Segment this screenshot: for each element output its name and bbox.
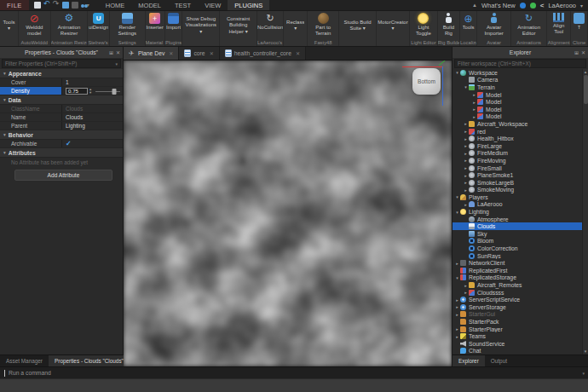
ribbon-button-import[interactable]: ImportPlugins (165, 11, 183, 46)
overflow-icon[interactable] (87, 2, 94, 9)
paste-icon[interactable] (62, 2, 69, 9)
close-tab-icon[interactable]: ✕ (296, 50, 300, 56)
tree-item-replicatedstorage[interactable]: ▾ReplicatedStorage (453, 274, 582, 282)
explorer-filter-input[interactable]: Filter workspace (Ctrl+Shift+X) (454, 59, 586, 68)
property-row-density[interactable]: Density0.75▴▾ (0, 87, 123, 95)
tree-item-cloudssss[interactable]: ▸Cloudssss (453, 289, 582, 297)
tree-item-model[interactable]: ▸Model (453, 113, 582, 121)
tree-item-bloom[interactable]: Bloom (453, 238, 582, 245)
tree-item-workspace[interactable]: ▾Workspace (453, 69, 582, 77)
tree-item-networkclient[interactable]: ▸NetworkClient (453, 259, 582, 267)
tree-item-camera[interactable]: Camera (453, 77, 582, 84)
tree-item-firemoving[interactable]: ▸FireMoving (453, 157, 582, 164)
ribbon-button-uidesign[interactable]: uiDesignStelrew's Plugins (88, 11, 110, 46)
tree-item-starterpack[interactable]: StarterPack (453, 318, 582, 326)
chevron-right-icon[interactable]: ▸ (471, 100, 477, 105)
ribbon-button-show-debug-visualizations[interactable]: Show Debug Visualizations ▾ (182, 11, 220, 46)
chevron-right-icon[interactable]: ▸ (454, 304, 460, 309)
menu-tab-test[interactable]: TEST (168, 0, 198, 10)
tree-item-model[interactable]: ▸Model (453, 106, 582, 113)
chevron-right-icon[interactable]: ▸ (463, 121, 469, 126)
ribbon-button-animation-resizer[interactable]: Animation ResizerAnimation Resizer (51, 11, 89, 46)
property-row-parent[interactable]: ParentLighting (0, 122, 123, 130)
chevron-right-icon[interactable]: ▸ (454, 261, 460, 266)
chevron-right-icon[interactable]: ▸ (471, 107, 477, 112)
ribbon-button-nocollision[interactable]: NoCollisionLaAerooo's Plugins (257, 11, 284, 46)
dock-tab-explorer[interactable]: Explorer (453, 355, 485, 366)
step-down-icon[interactable]: ▾ (89, 91, 91, 94)
redo-icon[interactable] (53, 2, 60, 9)
tree-item-soundservice[interactable]: SoundService (453, 340, 582, 348)
tree-item-replicatedfirst[interactable]: ReplicatedFirst (453, 267, 582, 274)
properties-filter-input[interactable]: Filter Properties (Ctrl+Shift+P) ▾ (2, 59, 121, 68)
ribbon-button-constraint-building-helper[interactable]: Constraint Building Helper ▾ (220, 11, 257, 46)
property-row-name[interactable]: NameClouds (0, 113, 123, 122)
scroll-down-icon[interactable]: ▼ (584, 349, 587, 354)
chevron-right-icon[interactable]: ▸ (463, 129, 469, 134)
menu-tab-model[interactable]: MODEL (131, 0, 168, 10)
chevron-right-icon[interactable]: ▸ (463, 173, 469, 178)
chevron-right-icon[interactable]: ▸ (463, 187, 469, 193)
property-row-cover[interactable]: Cover1 (0, 78, 123, 87)
document-tab-plane-dev[interactable]: Plane Dev✕ (124, 47, 179, 60)
ribbon-button-align-tool[interactable]: Align ToolAlignment (547, 11, 571, 46)
tree-item-starterplayer[interactable]: ▸StarterPlayer (453, 326, 582, 333)
property-slider[interactable] (95, 88, 120, 95)
property-row-archivable[interactable]: Archivable✓ (0, 140, 123, 148)
tree-item-lighting[interactable]: ▾Lighting (453, 208, 582, 216)
tree-item-clouds[interactable]: Clouds (453, 222, 582, 230)
user-menu[interactable]: LaAerooo (548, 2, 576, 9)
ribbon-button-reclass[interactable]: Reclass ▾ (284, 11, 308, 46)
section-header-appearance[interactable]: ▾Appearance (0, 69, 123, 78)
ribbon-button-avatar-importer[interactable]: Avatar ImporterAvatar (477, 11, 511, 46)
tree-item-atmosphere[interactable]: Atmosphere (453, 216, 582, 223)
info-icon[interactable] (520, 3, 526, 9)
chevron-right-icon[interactable]: ▸ (463, 290, 469, 295)
view-selector-cube[interactable]: Bottom (412, 68, 441, 95)
tree-item-sunrays[interactable]: SunRays (453, 252, 582, 260)
find-icon[interactable] (81, 4, 84, 8)
ribbon-button-build-rig[interactable]: Build RigRig Builder (438, 11, 460, 46)
property-row-classname[interactable]: ClassNameClouds (0, 105, 123, 113)
share-icon[interactable]: < (540, 2, 545, 9)
tree-item-terrain[interactable]: ▾Terrain (453, 84, 582, 91)
tree-item-sky[interactable]: Sky (453, 230, 582, 238)
dock-tab-output[interactable]: Output (485, 355, 513, 366)
tree-item-firesmall[interactable]: ▸FireSmall (453, 164, 582, 172)
ribbon-button-animation-editor[interactable]: Animation EditorAnimations (511, 11, 547, 46)
ribbon-button-tools[interactable]: Tools ▾ (0, 11, 19, 46)
file-menu-button[interactable]: FILE (0, 0, 29, 10)
whats-new-link[interactable]: What's New (481, 2, 516, 9)
collapse-ribbon-icon[interactable]: ▲ (472, 3, 477, 8)
tree-item-colorcorrection[interactable]: ColorCorrection (453, 245, 582, 252)
chevron-right-icon[interactable]: ▸ (454, 326, 460, 331)
undo-icon[interactable] (43, 2, 50, 9)
chevron-right-icon[interactable]: ▸ (471, 92, 477, 97)
chevron-right-icon[interactable]: ▸ (454, 334, 460, 339)
chevron-right-icon[interactable]: ▸ (463, 143, 469, 148)
chevron-down-icon[interactable]: ▾ (454, 194, 460, 199)
scrollbar-thumb[interactable] (584, 75, 588, 104)
tree-item-serverstorage[interactable]: ▸ServerStorage (453, 303, 582, 311)
ribbon-button-tools[interactable]: ToolsLocalization (460, 11, 477, 46)
tree-item-planesmoke1[interactable]: ▸PlaneSmoke1 (453, 171, 582, 179)
slider-handle-icon[interactable] (112, 89, 116, 95)
chevron-right-icon[interactable]: ▸ (463, 202, 469, 207)
menu-tab-home[interactable]: HOME (99, 0, 132, 10)
chevron-right-icon[interactable]: ▸ (463, 158, 469, 163)
chevron-right-icon[interactable]: ▸ (471, 114, 477, 119)
section-header-data[interactable]: ▾Data (0, 95, 123, 105)
chevron-down-icon[interactable]: ▾ (463, 84, 469, 89)
dock-tab-asset-manager[interactable]: Asset Manager (0, 355, 49, 366)
dock-tab-properties-clouds-clouds[interactable]: Properties - Clouds "Clouds" (49, 355, 130, 366)
add-attribute-button[interactable]: Add Attribute (14, 170, 112, 181)
property-value-input[interactable]: 0.75 (66, 88, 88, 95)
new-file-icon[interactable] (34, 2, 41, 9)
command-bar-caret-icon[interactable]: ▾ (582, 371, 585, 376)
tree-item-teams[interactable]: ▸Teams (453, 332, 582, 340)
tree-item-model[interactable]: ▸Model (453, 91, 582, 99)
status-icon[interactable] (530, 3, 536, 9)
close-tab-icon[interactable]: ✕ (169, 50, 173, 56)
tree-item-firemedium[interactable]: ▸FireMedium (453, 150, 582, 158)
menu-tab-plugins[interactable]: PLUGINS (228, 0, 269, 10)
